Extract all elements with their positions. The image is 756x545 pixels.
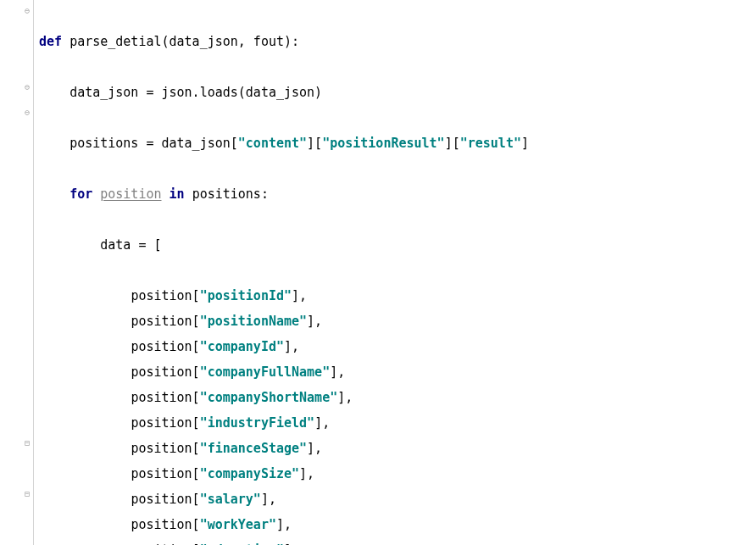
string-literal: "education" — [200, 537, 284, 545]
code-line: position["companyShortName"], — [39, 385, 756, 410]
keyword-in: in — [170, 181, 185, 207]
params: (data_json, fout): — [162, 29, 300, 54]
code-line: data = [ — [39, 232, 756, 258]
code-line: position["companyId"], — [39, 334, 756, 359]
code-line: for position in positions: — [39, 181, 756, 207]
string-literal: "workYear" — [200, 512, 276, 537]
string-literal: "positionName" — [200, 309, 307, 334]
fold-toggle-icon[interactable]: ⊟ — [23, 490, 31, 498]
code-line: position["salary"], — [39, 487, 756, 512]
fold-toggle-icon[interactable]: ⊖ — [23, 7, 31, 15]
code-line: position["industryField"], — [39, 410, 756, 436]
fold-toggle-icon[interactable]: ⊟ — [23, 439, 31, 448]
code-text: data_json = json.loads(data_json) — [69, 80, 322, 105]
code-line: position["positionName"], — [39, 309, 756, 334]
string-literal: "companySize" — [200, 461, 299, 487]
function-name: parse_detial — [69, 29, 161, 54]
keyword-def: def — [39, 29, 62, 54]
loop-variable: position — [100, 181, 161, 207]
string-literal: "industryField" — [200, 410, 314, 436]
code-line: data_json = json.loads(data_json) — [39, 80, 756, 105]
keyword-for: for — [69, 181, 92, 207]
fold-toggle-icon[interactable]: ⊖ — [23, 83, 31, 92]
fold-toggle-icon[interactable]: ⊖ — [23, 108, 31, 117]
code-line: position["companyFullName"], — [39, 359, 756, 385]
string-literal: "companyFullName" — [200, 359, 331, 385]
code-line: def parse_detial(data_json, fout): — [39, 29, 756, 54]
string-literal: "companyShortName" — [200, 385, 338, 410]
string-literal: "positionId" — [200, 283, 292, 309]
code-line: position["education"], — [39, 537, 756, 545]
editor-gutter: ⊖⊖⊖⊟⊟ — [0, 0, 34, 545]
code-line: position["workYear"], — [39, 512, 756, 537]
string-literal: "companyId" — [200, 334, 284, 359]
string-literal: "financeStage" — [200, 436, 307, 461]
code-line: position["financeStage"], — [39, 436, 756, 461]
code-line: position["positionId"], — [39, 283, 756, 309]
code-editor[interactable]: def parse_detial(data_json, fout): data_… — [34, 0, 756, 545]
string-literal: "salary" — [200, 487, 261, 512]
code-line: position["companySize"], — [39, 461, 756, 487]
code-line: positions = data_json["content"]["positi… — [39, 131, 756, 156]
